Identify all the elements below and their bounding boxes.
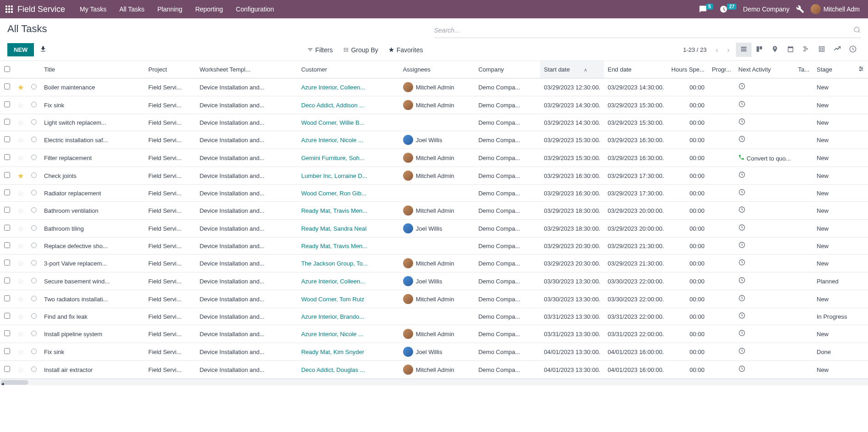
- row-checkbox[interactable]: [4, 225, 10, 231]
- star-icon[interactable]: ☆: [17, 154, 24, 162]
- cell-customer[interactable]: Ready Mat, Travis Men...: [298, 202, 399, 220]
- menu-all-tasks[interactable]: All Tasks: [113, 1, 151, 17]
- star-icon[interactable]: ☆: [17, 207, 24, 215]
- view-kanban[interactable]: [752, 43, 767, 57]
- priority-circle[interactable]: [31, 137, 37, 142]
- priority-circle[interactable]: [31, 102, 37, 107]
- user-menu[interactable]: Mitchell Adm: [811, 4, 860, 14]
- table-row[interactable]: ☆ Install pipeline system Field Servi...…: [0, 325, 868, 343]
- table-row[interactable]: ☆ Bathroom tiling Field Servi... Device …: [0, 220, 868, 238]
- table-row[interactable]: ★ Boiler maintenance Field Servi... Devi…: [0, 78, 868, 96]
- cell-customer[interactable]: Gemini Furniture, Soh...: [298, 149, 399, 167]
- cell-customer[interactable]: Ready Mat, Travis Men...: [298, 238, 399, 255]
- col-project[interactable]: Project: [145, 61, 196, 78]
- col-title[interactable]: Title: [40, 61, 145, 78]
- star-icon[interactable]: ☆: [17, 242, 24, 250]
- star-icon[interactable]: ☆: [17, 348, 24, 356]
- priority-circle[interactable]: [31, 207, 37, 213]
- scrollbar-thumb[interactable]: ◂: [1, 380, 28, 385]
- table-row[interactable]: ☆ Radiator replacement Field Servi... De…: [0, 185, 868, 202]
- priority-circle[interactable]: [31, 260, 37, 266]
- clock-icon[interactable]: [738, 330, 746, 338]
- row-checkbox[interactable]: [4, 366, 10, 372]
- view-graph[interactable]: [829, 43, 845, 57]
- row-checkbox[interactable]: [4, 330, 10, 336]
- view-calendar[interactable]: [783, 43, 798, 57]
- star-icon[interactable]: ☆: [17, 295, 24, 303]
- table-row[interactable]: ★ Check joints Field Servi... Device Ins…: [0, 167, 868, 185]
- col-activity[interactable]: Next Activity: [735, 61, 794, 78]
- view-gantt[interactable]: [798, 43, 814, 57]
- clock-icon[interactable]: [738, 172, 746, 180]
- star-icon[interactable]: ☆: [17, 101, 24, 109]
- table-row[interactable]: ☆ Filter replacement Field Servi... Devi…: [0, 149, 868, 167]
- star-icon[interactable]: ☆: [17, 260, 24, 267]
- row-checkbox[interactable]: [4, 154, 10, 160]
- priority-circle[interactable]: [31, 225, 37, 231]
- row-checkbox[interactable]: [4, 83, 10, 89]
- row-checkbox[interactable]: [4, 242, 10, 248]
- debug-icon[interactable]: [796, 5, 804, 13]
- view-pivot[interactable]: [814, 43, 829, 57]
- priority-circle[interactable]: [31, 155, 37, 160]
- clock-icon[interactable]: [738, 313, 746, 321]
- star-icon[interactable]: ☆: [17, 136, 24, 144]
- view-activity[interactable]: [845, 43, 861, 57]
- new-button[interactable]: New: [7, 43, 34, 56]
- priority-circle[interactable]: [31, 313, 37, 319]
- table-row[interactable]: ☆ Light switch replacem... Field Servi..…: [0, 114, 868, 131]
- cell-customer[interactable]: The Jackson Group, To...: [298, 255, 399, 272]
- row-checkbox[interactable]: [4, 101, 10, 107]
- search-icon[interactable]: [853, 26, 861, 35]
- horizontal-scrollbar[interactable]: ◂: [0, 379, 868, 385]
- cell-customer[interactable]: Deco Addict, Addison ...: [298, 96, 399, 114]
- pager-prev[interactable]: ‹: [713, 44, 721, 55]
- cell-customer[interactable]: Azure Interior, Nicole ...: [298, 131, 399, 149]
- clock-icon[interactable]: [738, 207, 746, 215]
- star-icon[interactable]: ☆: [17, 330, 24, 338]
- clock-icon[interactable]: [738, 101, 746, 109]
- menu-planning[interactable]: Planning: [151, 1, 189, 17]
- cell-customer[interactable]: Ready Mat, Sandra Neal: [298, 220, 399, 238]
- star-icon[interactable]: ☆: [17, 277, 24, 285]
- activities-icon[interactable]: 27: [719, 5, 736, 13]
- table-row[interactable]: ☆ Bathroom ventilation Field Servi... De…: [0, 202, 868, 220]
- clock-icon[interactable]: [738, 242, 746, 250]
- optional-fields-icon[interactable]: [858, 66, 864, 73]
- table-row[interactable]: ☆ Two radiators installati... Field Serv…: [0, 290, 868, 308]
- col-company[interactable]: Company: [475, 61, 540, 78]
- row-checkbox[interactable]: [4, 136, 10, 142]
- priority-circle[interactable]: [31, 172, 37, 178]
- clock-icon[interactable]: [738, 136, 746, 144]
- row-checkbox[interactable]: [4, 260, 10, 266]
- cell-customer[interactable]: Wood Corner, Willie B...: [298, 114, 399, 131]
- col-start-date[interactable]: Start date∧: [540, 61, 604, 78]
- company-name[interactable]: Demo Company: [743, 6, 789, 13]
- row-checkbox[interactable]: [4, 172, 10, 178]
- clock-icon[interactable]: [738, 83, 746, 91]
- cell-customer[interactable]: Azure Interior, Colleen...: [298, 78, 399, 96]
- clock-icon[interactable]: [738, 119, 746, 127]
- col-assignees[interactable]: Assignees: [399, 61, 475, 78]
- star-icon[interactable]: ☆: [17, 225, 24, 233]
- col-hours[interactable]: Hours Spe...: [668, 61, 708, 78]
- row-checkbox[interactable]: [4, 348, 10, 354]
- cell-customer[interactable]: Wood Corner, Ron Gib...: [298, 185, 399, 202]
- table-row[interactable]: ☆ Find and fix leak Field Servi... Devic…: [0, 308, 868, 325]
- view-map[interactable]: [767, 43, 783, 57]
- pager-next[interactable]: ›: [724, 44, 732, 55]
- table-row[interactable]: ☆ Replace defective sho... Field Servi..…: [0, 238, 868, 255]
- row-checkbox[interactable]: [4, 313, 10, 319]
- pager[interactable]: 1-23 / 23: [683, 46, 707, 53]
- row-checkbox[interactable]: [4, 295, 10, 301]
- priority-circle[interactable]: [31, 349, 37, 354]
- star-icon[interactable]: ★: [17, 172, 24, 180]
- table-row[interactable]: ☆ Fix sink Field Servi... Device Install…: [0, 343, 868, 361]
- groupby-button[interactable]: Group By: [343, 46, 378, 54]
- menu-reporting[interactable]: Reporting: [189, 1, 230, 17]
- priority-circle[interactable]: [31, 278, 37, 283]
- star-icon[interactable]: ☆: [17, 366, 24, 374]
- phone-icon[interactable]: [738, 155, 745, 162]
- clock-icon[interactable]: [738, 295, 746, 303]
- cell-customer[interactable]: Wood Corner, Tom Ruiz: [298, 290, 399, 308]
